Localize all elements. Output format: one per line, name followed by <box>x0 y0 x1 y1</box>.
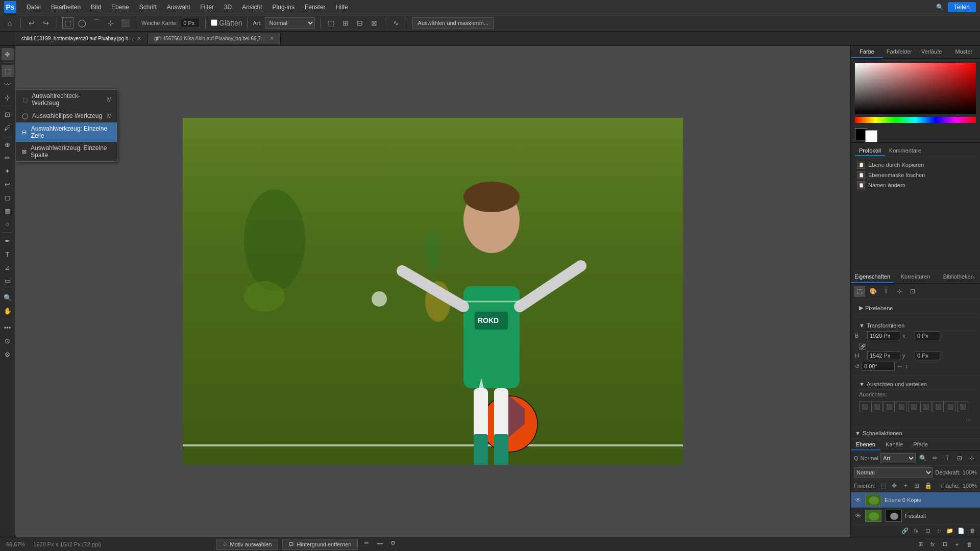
flip-v-icon[interactable]: ↕ <box>905 363 908 370</box>
color-gradient[interactable] <box>855 63 976 114</box>
statusbar-fx-icon[interactable]: fx <box>928 540 937 549</box>
dropdown-item-1[interactable]: ◯ Auswahlellipse-Werkzeug M <box>16 109 117 122</box>
rect-sel-icon[interactable]: ⬚ <box>62 17 74 29</box>
tool-pen[interactable]: ✒ <box>2 235 14 247</box>
menu-3d[interactable]: 3D <box>220 3 236 12</box>
tool-shape[interactable]: ▭ <box>2 274 14 287</box>
dropdown-item-0[interactable]: ⬚ Auswahlrechteck-Werkzeug M <box>16 90 117 109</box>
y-input[interactable] <box>915 351 940 360</box>
align-top-icon[interactable]: ⬛ <box>896 401 907 412</box>
fix-lock-icon[interactable]: 🔒 <box>923 481 933 490</box>
tab-0-close[interactable]: ✕ <box>137 35 141 42</box>
col-sel-icon[interactable]: ⬛ <box>119 17 131 29</box>
layer-1-visibility[interactable]: 👁 <box>854 512 862 520</box>
flip-h-icon[interactable]: ↔ <box>897 363 903 370</box>
tab-farbfelder[interactable]: Farbfelder <box>883 46 915 58</box>
layer-adj-icon[interactable]: ⊹ <box>934 526 943 535</box>
status-extra-icon[interactable]: ✏ <box>362 539 371 548</box>
motiv-auswahlen-button[interactable]: ⊹ Motiv auswählen <box>216 539 279 550</box>
tool-eyedropper[interactable]: 🖊 <box>2 121 14 134</box>
distrib-extra-icon[interactable]: ⬛ <box>957 401 968 412</box>
menu-bild[interactable]: Bild <box>87 3 105 12</box>
transformieren-header[interactable]: ▼ Transformieren <box>855 320 976 331</box>
tool-zoom[interactable]: 🔍 <box>2 291 14 304</box>
tool-magic-wand[interactable]: ⊹ <box>2 91 14 104</box>
layers-text-icon[interactable]: T <box>942 453 952 463</box>
menu-filter[interactable]: Filter <box>196 3 218 12</box>
tool-heal[interactable]: ⊕ <box>2 138 14 151</box>
layers-tab-pfade[interactable]: Pfade <box>908 439 933 450</box>
tab-0[interactable]: child-613199_bottomlayercz0 auf Pixabay.… <box>15 33 148 44</box>
tool-text[interactable]: T <box>2 248 14 260</box>
statusbar-add-icon[interactable]: + <box>952 540 962 549</box>
layer-0-visibility[interactable]: 👁 <box>854 496 862 504</box>
undo-icon[interactable]: ↩ <box>26 17 37 29</box>
layers-edit-icon[interactable]: ✏ <box>930 453 940 463</box>
status-settings-icon[interactable]: ⚙ <box>388 539 398 548</box>
tool-hand[interactable]: ✋ <box>2 305 14 317</box>
ausrichten-more[interactable]: ··· <box>855 414 976 424</box>
layer-delete-icon[interactable]: 🗑 <box>968 526 977 535</box>
tool-clone[interactable]: ✦ <box>2 165 14 177</box>
opacity-value[interactable]: 100% <box>963 469 977 475</box>
tool-extra2[interactable]: ⊙ <box>2 335 14 347</box>
proto-item-2[interactable]: 📋 Namen ändern <box>855 180 976 190</box>
menu-ebene[interactable]: Ebene <box>107 3 133 12</box>
fix-grad-icon[interactable]: ✥ <box>890 481 899 490</box>
layers-tab-kanaele[interactable]: Kanäle <box>880 439 908 450</box>
tool-eraser[interactable]: ◻ <box>2 191 14 204</box>
tool-move[interactable]: ✥ <box>2 48 14 60</box>
layers-kind-select[interactable]: Art Name <box>880 453 916 463</box>
ellipse-sel-icon[interactable]: ◯ <box>77 17 88 29</box>
tool-gradient[interactable]: ▦ <box>2 205 14 217</box>
statusbar-trash-icon[interactable]: 🗑 <box>965 540 974 549</box>
layer-link-icon[interactable]: 🔗 <box>900 526 910 535</box>
h-input[interactable] <box>867 351 900 360</box>
weiche-kante-input[interactable] <box>181 18 200 28</box>
layer-new-icon[interactable]: 📄 <box>957 526 966 535</box>
tool-dodge[interactable]: ○ <box>2 218 14 230</box>
tool-brush[interactable]: ✏ <box>2 152 14 164</box>
distrib-h-icon[interactable]: ⬛ <box>933 401 944 412</box>
link-proportions-icon[interactable]: 🔗 <box>859 343 866 350</box>
tab-korrekturen[interactable]: Korrekturen <box>894 271 937 283</box>
tab-verlaeufe[interactable]: Verläufe <box>916 46 948 58</box>
kommentare-tab[interactable]: Kommentare <box>885 146 925 156</box>
mode-sub-icon[interactable]: ⊟ <box>354 17 365 29</box>
tab-eigenschaften[interactable]: Eigenschaften <box>851 271 894 283</box>
align-right-icon[interactable]: ⬛ <box>884 401 895 412</box>
layers-tab-ebenen[interactable]: Ebenen <box>851 439 880 450</box>
hintergrund-entfernen-button[interactable]: ⊡ Hintergrund entfernen <box>282 539 358 550</box>
menu-bearbeiten[interactable]: Bearbeiten <box>47 3 85 12</box>
status-more-icon[interactable]: ••• <box>375 539 384 548</box>
tab-muster[interactable]: Muster <box>948 46 980 58</box>
schnellaktionen-section[interactable]: ▼ Schnellaktionen <box>851 428 980 439</box>
fix-pixels-icon[interactable]: ⬚ <box>878 481 888 490</box>
layer-folder-icon[interactable]: 📁 <box>945 526 954 535</box>
tab-bibliotheken[interactable]: Bibliotheken <box>937 271 980 283</box>
tab-1-close[interactable]: ✕ <box>270 35 274 42</box>
tool-history-brush[interactable]: ↩ <box>2 178 14 190</box>
rotation-input[interactable] <box>862 362 895 371</box>
menu-ansicht[interactable]: Ansicht <box>238 3 266 12</box>
layer-item-1[interactable]: 👁 Fussball <box>851 508 980 524</box>
x-input[interactable] <box>915 331 940 340</box>
canvas-area[interactable]: ROKD <box>15 46 850 537</box>
layers-mask-icon[interactable]: ⊡ <box>954 453 965 463</box>
props-btn-4[interactable]: ⊹ <box>894 286 905 297</box>
glatten-checkbox[interactable]: Glätten <box>211 17 242 29</box>
home-icon[interactable]: ⌂ <box>4 17 15 29</box>
teilen-button[interactable]: Teilen <box>948 2 976 12</box>
flaeche-value[interactable]: 100% <box>963 483 977 489</box>
proto-item-1[interactable]: 📋 Ebenenmaske löschen <box>855 170 976 180</box>
tool-lasso[interactable]: 〰 <box>2 78 14 90</box>
dropdown-item-2[interactable]: ⊟ Auswahlwerkzeug: Einzelne Zeile <box>16 122 117 142</box>
mode-new-icon[interactable]: ⬚ <box>326 17 337 29</box>
props-btn-5[interactable]: ⊡ <box>907 286 918 297</box>
zoom-level[interactable]: 66,67% <box>6 541 25 547</box>
tool-extras[interactable]: ••• <box>2 321 14 334</box>
tool-crop[interactable]: ⊡ <box>2 108 14 120</box>
align-left-icon[interactable]: ⬛ <box>859 401 870 412</box>
lasso-sel-icon[interactable]: ⌒ <box>91 17 102 29</box>
b-input[interactable] <box>867 331 900 340</box>
